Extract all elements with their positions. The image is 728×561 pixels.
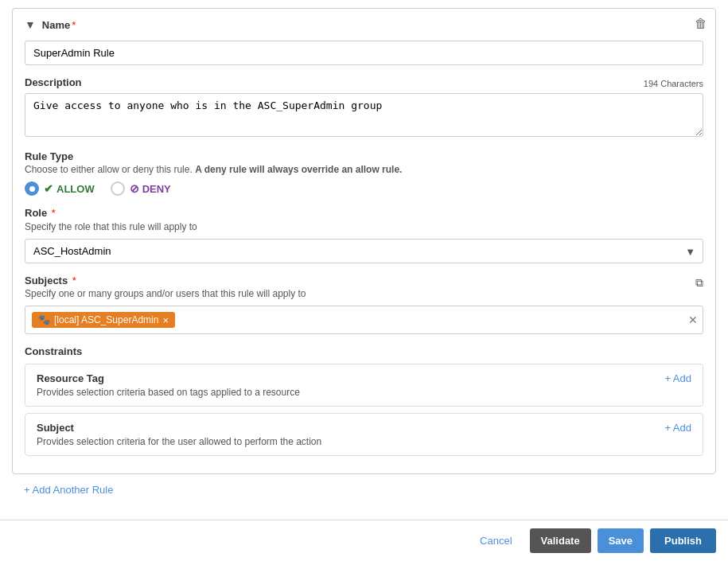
description-label: Description <box>25 76 82 88</box>
name-required-star: * <box>72 19 76 31</box>
add-subject-button[interactable]: + Add <box>664 422 691 434</box>
add-another-rule-section: + Add Another Rule <box>12 474 716 505</box>
desc-header: Description 194 Characters <box>25 76 703 91</box>
publish-button[interactable]: Publish <box>650 528 716 553</box>
name-field-group <box>25 41 703 65</box>
char-count: 194 Characters <box>644 79 703 88</box>
clear-all-icon[interactable]: ✕ <box>688 314 698 326</box>
rule-type-options: ✔ ALLOW ⊘ DENY <box>25 181 703 196</box>
deny-icon: ⊘ <box>130 182 139 195</box>
description-field-group: Description 194 Characters Give access t… <box>25 76 703 139</box>
save-button[interactable]: Save <box>598 528 644 553</box>
role-select[interactable]: ASC_HostAdmin <box>25 239 703 263</box>
rule-type-label: Rule Type <box>25 150 703 162</box>
allow-option[interactable]: ✔ ALLOW <box>25 181 95 196</box>
constraints-section: Constraints Resource Tag Provides select… <box>25 345 703 456</box>
role-label: Role <box>25 207 47 219</box>
add-another-rule-button[interactable]: + Add Another Rule <box>24 484 113 496</box>
delete-icon[interactable]: 🗑 <box>695 17 707 31</box>
tag-paw-icon: 🐾 <box>38 314 50 325</box>
constraint-resource-tag: Resource Tag Provides selection criteria… <box>25 364 703 407</box>
subjects-field-group: Subjects * Specify one or many groups an… <box>25 275 703 334</box>
constraint-resource-tag-info: Resource Tag Provides selection criteria… <box>37 372 300 398</box>
constraints-title: Constraints <box>25 345 703 357</box>
description-input[interactable]: Give access to anyone who is in the <spa… <box>25 93 703 137</box>
constraint-resource-tag-name: Resource Tag <box>37 372 300 384</box>
subjects-required-star: * <box>72 275 76 286</box>
subjects-input-area[interactable]: 🐾 [local] ASC_SuperAdmin × ✕ <box>25 306 703 334</box>
constraint-subject-info: Subject Provides selection criteria for … <box>37 422 321 447</box>
validate-button[interactable]: Validate <box>530 528 591 553</box>
constraint-subject-name: Subject <box>37 422 321 434</box>
subjects-desc: Specify one or many groups and/or users … <box>25 288 306 299</box>
footer-bar: Cancel Validate Save Publish <box>0 520 728 561</box>
role-desc: Specify the role that this rule will app… <box>25 221 703 232</box>
name-label: Name <box>42 19 70 31</box>
copy-icon[interactable]: ⧉ <box>695 276 703 290</box>
collapse-icon[interactable]: ▼ <box>25 18 36 31</box>
name-input[interactable] <box>25 41 703 65</box>
constraint-subject-desc: Provides selection criteria for the user… <box>37 436 321 447</box>
check-icon: ✔ <box>44 182 53 195</box>
tag-close-icon[interactable]: × <box>162 315 169 325</box>
rule-header: ▼ Name * <box>25 18 703 31</box>
constraint-resource-tag-desc: Provides selection criteria based on tag… <box>37 387 300 398</box>
allow-radio[interactable] <box>25 181 39 196</box>
rule-type-desc-bold: A deny rule will always override an allo… <box>195 164 402 175</box>
allow-label: ✔ ALLOW <box>44 182 95 195</box>
cancel-button[interactable]: Cancel <box>469 530 523 551</box>
constraint-subject: Subject Provides selection criteria for … <box>25 413 703 456</box>
add-resource-tag-button[interactable]: + Add <box>664 372 691 384</box>
rule-type-section: Rule Type Choose to either allow or deny… <box>25 150 703 196</box>
deny-option[interactable]: ⊘ DENY <box>111 181 171 196</box>
subject-tag[interactable]: 🐾 [local] ASC_SuperAdmin × <box>32 312 175 328</box>
rule-type-desc: Choose to either allow or deny this rule… <box>25 164 703 175</box>
role-required-star: * <box>52 207 56 219</box>
subjects-label: Subjects <box>25 275 68 286</box>
subjects-header: Subjects * Specify one or many groups an… <box>25 275 703 306</box>
tag-label: [local] ASC_SuperAdmin <box>54 314 158 325</box>
deny-label: ⊘ DENY <box>130 182 171 195</box>
role-select-wrapper: ASC_HostAdmin ▼ <box>25 239 703 263</box>
role-field-group: Role * Specify the role that this rule w… <box>25 207 703 263</box>
rule-type-desc-normal: Choose to either allow or deny this rule… <box>25 164 193 175</box>
deny-radio[interactable] <box>111 181 125 196</box>
rule-card: ▼ Name * 🗑 Description 194 Characters Gi… <box>12 8 716 474</box>
